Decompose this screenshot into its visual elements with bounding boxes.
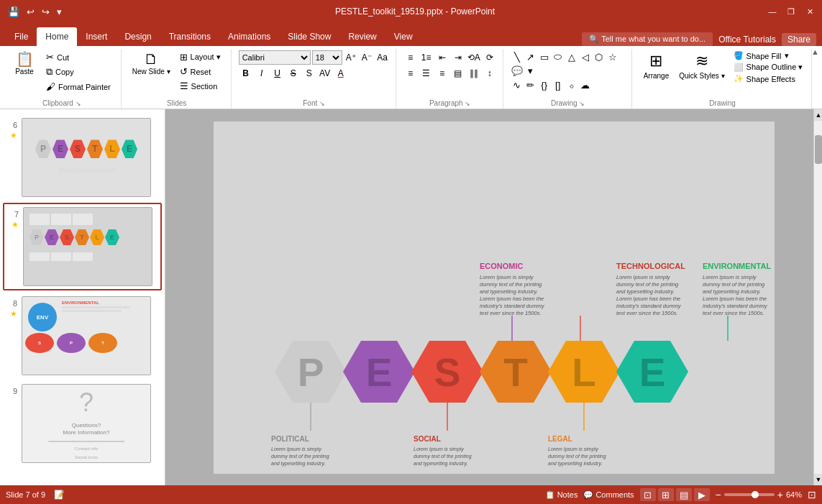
shadow-button[interactable]: S [302, 66, 316, 81]
decrease-font-button[interactable]: A⁻ [360, 50, 374, 65]
smart-art-button[interactable]: ⟳ [483, 50, 497, 65]
vertical-scrollbar[interactable]: ▲ ▼ [813, 109, 822, 485]
tab-animations[interactable]: Animations [219, 27, 279, 46]
slide-sorter-button[interactable]: ⊞ [658, 488, 674, 501]
slideshow-button[interactable]: ▶ [694, 488, 710, 501]
shape-fill-button[interactable]: 🪣 Shape Fill ▾ [731, 50, 806, 61]
shape-star-icon[interactable]: ☆ [606, 50, 619, 63]
cut-button[interactable]: ✂ Cut [42, 50, 115, 64]
office-tutorials-link[interactable]: Office Tutorials [718, 35, 776, 45]
shape-flow-icon[interactable]: ⬦ [565, 78, 578, 91]
slide-item-8[interactable]: 8 ★ ENV ENVIRONMENTAL [3, 293, 162, 378]
slide-item-9[interactable]: 9 ? Questions?More Information? Contact … [3, 381, 162, 466]
new-slide-button[interactable]: 🗋 New Slide ▾ [129, 50, 174, 77]
shape-freeform-icon[interactable]: ✏ [524, 78, 537, 91]
comments-button[interactable]: 💬 Comments [583, 490, 634, 500]
font-name-select[interactable]: Calibri [239, 50, 311, 65]
tab-file[interactable]: File [6, 27, 37, 46]
shape-brace-icon[interactable]: [] [552, 78, 565, 91]
tab-home[interactable]: Home [37, 27, 77, 46]
shape-cloud-icon[interactable]: ☁ [579, 78, 592, 91]
undo-icon[interactable]: ↩ [24, 5, 37, 19]
redo-icon[interactable]: ↪ [40, 5, 52, 19]
align-row: ≡ ☰ ≡ ▤ ∥∥ ↕ [403, 66, 497, 81]
tab-slideshow[interactable]: Slide Show [279, 27, 339, 46]
reset-button[interactable]: ↺ Reset [175, 65, 225, 78]
shape-callout-icon[interactable]: 💬 [511, 64, 524, 77]
tab-review[interactable]: Review [339, 27, 385, 46]
font-size-select[interactable]: 18 [312, 50, 342, 65]
scroll-up-button[interactable]: ▲ [814, 109, 822, 121]
tell-me-box[interactable]: 🔍 Tell me what you want to do... [582, 32, 713, 46]
shape-rect-icon[interactable]: ▭ [538, 50, 551, 63]
drawing-group-content: ╲ ↗ ▭ ⬭ △ ◁ ⬡ ☆ 💬 ▾ ∿ ✏ {} [] ⬦ [511, 50, 626, 98]
close-button[interactable]: ✕ [803, 5, 816, 18]
increase-font-button[interactable]: A⁺ [344, 50, 358, 65]
strikethrough-button[interactable]: S [286, 66, 301, 81]
scroll-thumb[interactable] [815, 135, 822, 164]
arrange-button[interactable]: ⊞ Arrange [639, 50, 674, 81]
select-button[interactable]: ⊹ Select ▾ [819, 79, 822, 93]
tab-insert[interactable]: Insert [77, 27, 116, 46]
increase-indent-button[interactable]: ⇥ [451, 50, 465, 65]
clear-format-button[interactable]: Aa [375, 50, 390, 65]
shape-curve-icon[interactable]: ∿ [511, 78, 524, 91]
bold-button[interactable]: B [239, 66, 253, 81]
normal-view-button[interactable]: ⊡ [640, 488, 656, 501]
shape-oval-icon[interactable]: ⬭ [552, 50, 565, 63]
bullets-button[interactable]: ≡ [403, 50, 418, 65]
customize-qat-icon[interactable]: ▾ [55, 5, 64, 19]
share-button[interactable]: Share [782, 33, 816, 46]
arrange-group-content: ⊞ Arrange ≋ Quick Styles ▾ 🪣 Shape Fill … [639, 50, 806, 98]
slide-item-6[interactable]: 6 ★ P E S T L E [3, 115, 162, 200]
zoom-in-button[interactable]: + [777, 489, 783, 500]
justify-button[interactable]: ▤ [451, 66, 465, 81]
italic-button[interactable]: I [255, 66, 269, 81]
paste-button[interactable]: 📋 Paste [9, 50, 40, 77]
align-center-button[interactable]: ☰ [419, 66, 434, 81]
format-painter-button[interactable]: 🖌 Format Painter [42, 80, 115, 93]
shapes-more-icon[interactable]: ▾ [524, 64, 537, 77]
tab-design[interactable]: Design [116, 27, 160, 46]
char-spacing-button[interactable]: AV [318, 66, 332, 81]
minimize-button[interactable]: — [766, 5, 779, 18]
layout-button[interactable]: ⊞ Layout ▾ [175, 50, 225, 64]
shape-bracket-icon[interactable]: {} [538, 78, 551, 91]
slide-canvas[interactable]: ECONOMIC Lorem Ipsum is simply dummy tex… [214, 122, 775, 474]
font-name-row: Calibri 18 A⁺ A⁻ Aa [239, 50, 390, 65]
replace-button[interactable]: ⇄ Replace [819, 65, 822, 78]
slide-item-7[interactable]: 7 ★ P E S T L E [3, 203, 162, 290]
quick-styles-button[interactable]: ≋ Quick Styles ▾ [675, 50, 729, 81]
shape-outline-button[interactable]: ⬜ Shape Outline ▾ [731, 62, 806, 73]
columns-button[interactable]: ∥∥ [467, 66, 481, 81]
align-left-button[interactable]: ≡ [403, 66, 418, 81]
shape-arrow-icon[interactable]: ↗ [524, 50, 537, 63]
notes-button[interactable]: 📋 Notes [545, 490, 578, 500]
font-color-button[interactable]: A [334, 66, 348, 81]
text-direction-button[interactable]: ⟲A [467, 50, 481, 65]
reading-view-button[interactable]: ▤ [676, 488, 692, 501]
align-right-button[interactable]: ≡ [435, 66, 449, 81]
line-spacing-button[interactable]: ↕ [483, 66, 497, 81]
shape-hex-icon[interactable]: ⬡ [593, 50, 606, 63]
zoom-out-button[interactable]: − [716, 489, 721, 500]
tab-transitions[interactable]: Transitions [160, 27, 219, 46]
section-button[interactable]: ☰ Section [175, 79, 225, 93]
underline-button[interactable]: U [270, 66, 285, 81]
tab-view[interactable]: View [385, 27, 421, 46]
svg-text:ENVIRONMENTAL: ENVIRONMENTAL [703, 262, 771, 270]
restore-button[interactable]: ❐ [785, 5, 798, 18]
shape-line-icon[interactable]: ╲ [511, 50, 524, 63]
quick-access-toolbar: 💾 ↩ ↪ ▾ [6, 5, 64, 19]
ribbon-collapse-button[interactable]: ▲ [808, 46, 822, 58]
shape-triangle-icon[interactable]: △ [565, 50, 578, 63]
scroll-down-button[interactable]: ▼ [814, 474, 822, 485]
fit-to-window-button[interactable]: ⊡ [808, 489, 816, 500]
numbering-button[interactable]: 1≡ [419, 50, 434, 65]
decrease-indent-button[interactable]: ⇤ [435, 50, 449, 65]
copy-button[interactable]: ⧉ Copy [42, 65, 115, 79]
zoom-slider[interactable] [724, 493, 775, 496]
shape-effects-button[interactable]: ✨ Shape Effects [731, 73, 806, 84]
shape-rtriangle-icon[interactable]: ◁ [579, 50, 592, 63]
save-icon[interactable]: 💾 [6, 5, 22, 19]
